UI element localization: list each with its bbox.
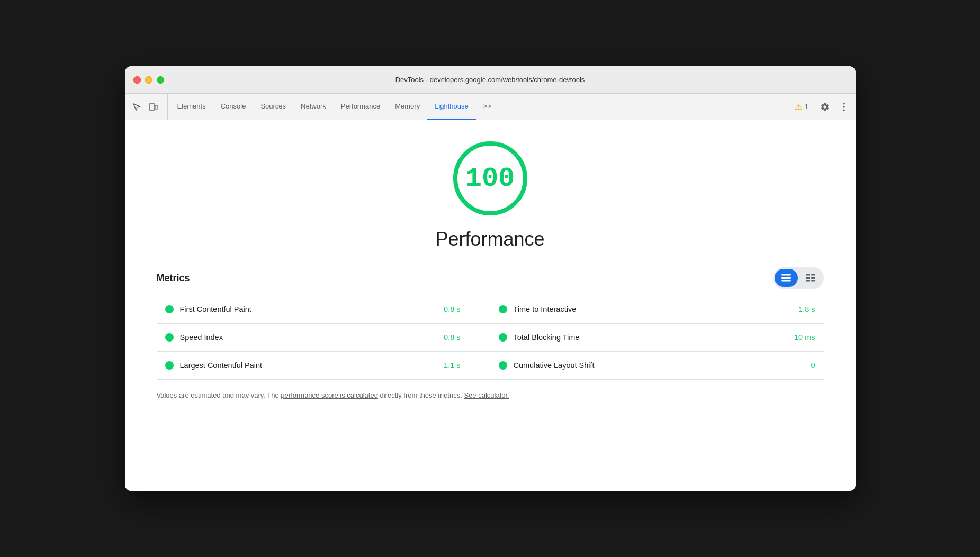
calculator-link[interactable]: See calculator. [464,391,509,399]
maximize-button[interactable] [157,76,164,84]
svg-rect-12 [806,280,810,282]
score-circle: 100 [453,141,527,215]
metrics-title: Metrics [157,273,190,284]
toolbar-right: ⚠ 1 [790,94,851,120]
svg-rect-1 [155,105,158,109]
devtools-toolbar: Elements Console Sources Network Perform… [125,94,856,120]
toggle-grid-view[interactable] [799,269,822,287]
metric-value-lcp: 1.1 s [444,361,460,370]
tab-network[interactable]: Network [293,94,334,120]
metric-cell-tbt: Total Blocking Time 10 ms [490,324,824,351]
main-content: 100 Performance Metrics [125,120,856,491]
settings-button[interactable] [817,100,832,114]
tabs: Elements Console Sources Network Perform… [170,94,791,120]
metric-value-tti: 1.8 s [798,305,815,313]
metric-cell-si: Speed Index 0.8 s [157,324,490,351]
toggle-list-view[interactable] [775,269,798,287]
inspector-icon[interactable] [129,100,144,114]
metrics-row-3: Largest Contentful Paint 1.1 s Cumulativ… [157,352,824,380]
svg-rect-13 [811,280,815,282]
svg-rect-10 [806,277,810,279]
tab-sources[interactable]: Sources [253,94,293,120]
score-section: 100 Performance [157,141,824,250]
score-label: Performance [435,228,544,250]
more-options-button[interactable] [837,100,851,114]
metric-cell-lcp: Largest Contentful Paint 1.1 s [157,352,490,379]
metric-cell-tti: Time to Interactive 1.8 s [490,295,824,323]
performance-score-link[interactable]: performance score is calculated [281,391,378,399]
metrics-row-2: Speed Index 0.8 s Total Blocking Time 10… [157,324,824,352]
metric-name-tti: Time to Interactive [514,305,793,313]
minimize-button[interactable] [145,76,152,84]
toolbar-divider [813,101,813,113]
svg-rect-9 [811,274,815,276]
tab-performance[interactable]: Performance [334,94,388,120]
warning-icon: ⚠ [795,102,802,112]
titlebar: DevTools - developers.google.com/web/too… [125,66,856,94]
device-toggle-icon[interactable] [146,100,161,114]
tab-more[interactable]: >> [476,94,499,120]
view-toggle [773,267,824,289]
svg-point-2 [843,102,845,104]
metric-name-cls: Cumulative Layout Shift [514,361,805,370]
metric-cell-cls: Cumulative Layout Shift 0 [490,352,824,379]
metric-cell-fcp: First Contentful Paint 0.8 s [157,295,490,323]
browser-window: DevTools - developers.google.com/web/too… [125,66,856,491]
metric-name-fcp: First Contentful Paint [180,305,438,313]
metric-value-cls: 0 [811,361,815,370]
toolbar-icons [129,94,168,120]
metric-value-fcp: 0.8 s [444,305,460,313]
metric-dot-cls [499,361,507,370]
tab-lighthouse[interactable]: Lighthouse [427,94,476,120]
metric-name-lcp: Largest Contentful Paint [180,361,438,370]
metric-name-si: Speed Index [180,333,438,342]
svg-rect-8 [806,274,810,276]
traffic-lights [133,76,164,84]
metric-dot-si [165,333,174,342]
svg-rect-0 [149,104,155,110]
metric-value-si: 0.8 s [444,333,460,342]
svg-point-4 [843,109,845,111]
score-number: 100 [465,163,515,194]
metrics-header: Metrics [157,267,824,289]
metric-value-tbt: 10 ms [794,333,815,342]
metric-dot-lcp [165,361,174,370]
svg-rect-5 [781,274,791,276]
tab-memory[interactable]: Memory [388,94,427,120]
tab-console[interactable]: Console [213,94,254,120]
metric-dot-fcp [165,305,174,313]
tab-elements[interactable]: Elements [170,94,213,120]
svg-rect-11 [811,277,815,279]
metrics-section: Metrics [157,267,824,401]
metric-name-tbt: Total Blocking Time [514,333,788,342]
metrics-row-1: First Contentful Paint 0.8 s Time to Int… [157,295,824,324]
warning-badge[interactable]: ⚠ 1 [795,102,808,112]
svg-rect-6 [781,277,791,279]
metric-dot-tbt [499,333,507,342]
close-button[interactable] [133,76,141,84]
window-title: DevTools - developers.google.com/web/too… [395,76,585,84]
metric-dot-tti [499,305,507,313]
footer-note: Values are estimated and may vary. The p… [157,390,824,401]
svg-rect-7 [781,280,791,282]
svg-point-3 [843,106,845,108]
